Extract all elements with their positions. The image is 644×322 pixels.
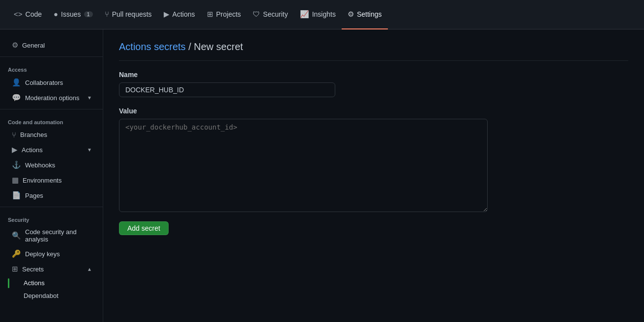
issues-icon: ● <box>54 10 58 18</box>
moderation-icon: 💬 <box>12 93 21 102</box>
sidebar-secrets-label: Secrets <box>22 266 44 273</box>
code-icon: <> <box>14 10 23 18</box>
general-icon: ⚙ <box>12 41 18 50</box>
security-section-label: Security <box>0 211 103 225</box>
nav-issues-label: Issues <box>61 10 81 18</box>
breadcrumb-separator: / <box>188 41 194 52</box>
branches-icon: ⑂ <box>12 131 16 139</box>
sidebar-divider-2 <box>0 109 103 109</box>
environments-icon: ▦ <box>12 176 19 185</box>
sidebar-environments-label: Environments <box>23 177 61 184</box>
value-label: Value <box>119 107 628 115</box>
name-label: Name <box>119 71 628 79</box>
nav-security[interactable]: 🛡 Security <box>247 0 294 29</box>
sidebar-item-secrets[interactable]: ⊞ Secrets ▴ <box>4 262 99 276</box>
sidebar-item-branches[interactable]: ⑂ Branches <box>4 128 99 142</box>
nav-code[interactable]: <> Code <box>8 0 48 29</box>
chevron-down-actions-icon: ▾ <box>88 146 91 153</box>
sidebar-item-secrets-actions[interactable]: Actions <box>4 277 99 289</box>
sidebar-divider-1 <box>0 56 103 57</box>
sidebar-item-general[interactable]: ⚙ General <box>4 38 99 53</box>
sidebar-item-secrets-dependabot[interactable]: Dependabot <box>4 290 99 302</box>
nav-settings-label: Settings <box>357 10 382 18</box>
nav-settings[interactable]: ⚙ Settings <box>342 0 388 29</box>
issues-badge: 1 <box>84 11 93 17</box>
access-section-label: Access <box>0 61 103 75</box>
nav-projects-label: Projects <box>216 10 241 18</box>
active-indicator <box>8 278 9 288</box>
name-input[interactable] <box>119 82 335 97</box>
sidebar-webhooks-label: Webhooks <box>25 161 55 169</box>
secrets-icon: ⊞ <box>12 265 18 273</box>
sidebar-pages-label: Pages <box>25 192 43 199</box>
sidebar-divider-3 <box>0 207 103 207</box>
chevron-up-secrets-icon: ▴ <box>88 266 91 272</box>
actions-icon: ▶ <box>164 10 170 19</box>
sidebar-secrets-actions-label: Actions <box>24 279 45 287</box>
code-security-icon: 🔍 <box>12 231 21 240</box>
sidebar-item-environments[interactable]: ▦ Environments <box>4 173 99 188</box>
sidebar-item-moderation[interactable]: 💬 Moderation options ▾ <box>4 90 99 105</box>
nav-security-label: Security <box>263 10 288 18</box>
actions-sidebar-icon: ▶ <box>12 145 18 154</box>
nav-projects[interactable]: ⊞ Projects <box>201 0 247 29</box>
main-content: Actions secrets / New secret Name Value … <box>103 29 644 322</box>
sidebar-item-webhooks[interactable]: ⚓ Webhooks <box>4 158 99 172</box>
sidebar-item-collaborators[interactable]: 👤 Collaborators <box>4 75 99 90</box>
sidebar-code-security-label: Code security and analysis <box>25 228 91 243</box>
sidebar-collaborators-label: Collaborators <box>25 79 63 86</box>
breadcrumb-link[interactable]: Actions secrets <box>119 41 186 52</box>
sidebar-item-pages[interactable]: 📄 Pages <box>4 188 99 203</box>
nav-actions-label: Actions <box>173 10 195 18</box>
main-layout: ⚙ General Access 👤 Collaborators 💬 Moder… <box>0 29 644 322</box>
deploy-keys-icon: 🔑 <box>12 249 21 258</box>
webhooks-icon: ⚓ <box>12 161 21 169</box>
settings-sidebar: ⚙ General Access 👤 Collaborators 💬 Moder… <box>0 29 103 322</box>
settings-icon: ⚙ <box>348 10 354 19</box>
top-navigation: <> Code ● Issues 1 ⑂ Pull requests ▶ Act… <box>0 0 644 29</box>
nav-issues[interactable]: ● Issues 1 <box>48 0 99 29</box>
sidebar-actions-label: Actions <box>22 146 43 154</box>
nav-pull-requests[interactable]: ⑂ Pull requests <box>99 0 158 29</box>
pages-icon: 📄 <box>12 191 21 200</box>
name-field-group: Name <box>119 71 628 97</box>
sidebar-secrets-dependabot-label: Dependabot <box>24 292 59 299</box>
sidebar-item-actions[interactable]: ▶ Actions ▾ <box>4 142 99 157</box>
breadcrumb-current: New secret <box>194 41 243 52</box>
code-automation-section-label: Code and automation <box>0 113 103 127</box>
add-secret-button[interactable]: Add secret <box>119 221 169 235</box>
sidebar-item-code-security[interactable]: 🔍 Code security and analysis <box>4 225 99 246</box>
sidebar-general-label: General <box>22 42 45 49</box>
collaborators-icon: 👤 <box>12 78 21 87</box>
sidebar-deploy-keys-label: Deploy keys <box>25 250 60 258</box>
nav-insights-label: Insights <box>312 10 336 18</box>
nav-code-label: Code <box>26 10 42 18</box>
sidebar-moderation-label: Moderation options <box>25 94 80 102</box>
insights-icon: 📈 <box>300 10 309 19</box>
value-field-group: Value <box>119 107 628 214</box>
pullrequest-icon: ⑂ <box>105 10 109 18</box>
sidebar-item-deploy-keys[interactable]: 🔑 Deploy keys <box>4 246 99 261</box>
nav-insights[interactable]: 📈 Insights <box>294 0 342 29</box>
value-textarea[interactable] <box>119 119 488 212</box>
projects-icon: ⊞ <box>207 10 213 19</box>
sidebar-branches-label: Branches <box>20 131 47 138</box>
nav-pr-label: Pull requests <box>112 10 152 18</box>
security-icon: 🛡 <box>253 10 260 18</box>
breadcrumb: Actions secrets / New secret <box>119 41 628 61</box>
chevron-down-icon: ▾ <box>88 94 91 101</box>
nav-actions[interactable]: ▶ Actions <box>158 0 201 29</box>
